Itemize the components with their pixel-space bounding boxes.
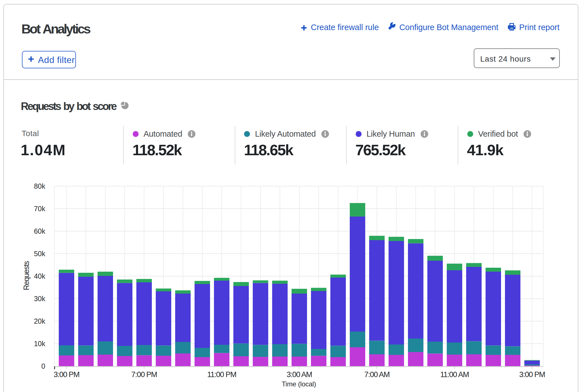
svg-text:7:00 PM: 7:00 PM (131, 370, 157, 379)
svg-text:3:00 AM: 3:00 AM (287, 370, 312, 379)
svg-text:40k: 40k (34, 272, 46, 280)
svg-text:11:00 PM: 11:00 PM (207, 370, 236, 379)
svg-text:11:00 AM: 11:00 AM (440, 370, 469, 379)
svg-text:80k: 80k (34, 182, 46, 190)
svg-text:70k: 70k (34, 205, 46, 213)
svg-text:20k: 20k (34, 317, 46, 325)
svg-text:10k: 10k (34, 340, 46, 348)
svg-text:0: 0 (41, 362, 45, 370)
svg-text:7:00 AM: 7:00 AM (364, 370, 390, 379)
svg-text:Requests: Requests (22, 261, 31, 290)
svg-text:30k: 30k (34, 295, 46, 303)
svg-text:Time (local): Time (local) (282, 380, 316, 388)
svg-text:3:00 PM: 3:00 PM (54, 370, 79, 379)
svg-text:60k: 60k (34, 227, 46, 235)
svg-text:3:00 PM: 3:00 PM (519, 370, 545, 379)
svg-text:50k: 50k (34, 250, 46, 258)
